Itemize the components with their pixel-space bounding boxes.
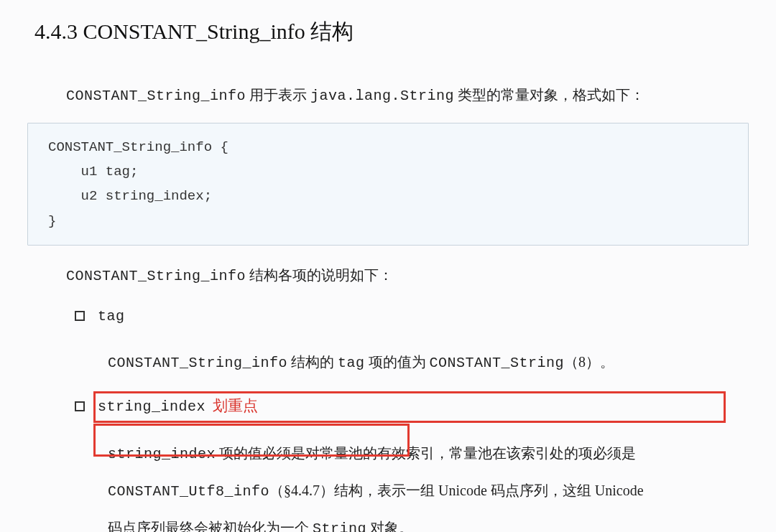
item-label-tag: tag [98, 303, 125, 330]
intro-text-1: 用于表示 [246, 87, 310, 103]
intro-text-2: 类型的常量对象，格式如下： [454, 87, 645, 103]
bullet-icon [75, 311, 85, 321]
tag-desc-text-2: 项的值为 [365, 354, 430, 370]
item-desc-string-index: string_index 项的值必须是对常量池的有效索引，常量池在该索引处的项必… [75, 435, 742, 532]
explain-code-ref: CONSTANT_String_info [66, 268, 246, 284]
bullet-icon [75, 401, 85, 411]
item-desc-tag: CONSTANT_String_info 结构的 tag 项的值为 CONSTA… [75, 345, 742, 381]
code-block: CONSTANT_String_info { u1 tag; u2 string… [27, 123, 749, 246]
tag-desc-text-1: 结构的 [287, 354, 338, 370]
si-desc-text-4: 码点序列最终会被初始化为一个 [108, 520, 313, 532]
intro-java-class: java.lang.String [310, 88, 454, 104]
si-desc-code-3: String [313, 521, 366, 532]
si-desc-code-2: CONSTANT_Utf8_info [108, 483, 269, 500]
intro-paragraph: CONSTANT_String_info 用于表示 java.lang.Stri… [66, 81, 742, 110]
si-desc-text-5: 对象。 [366, 520, 413, 532]
si-desc-text-3: ，表示一组 Unicode 码点序列，这组 Unicode [363, 482, 644, 498]
tag-desc-code-2: tag [338, 355, 365, 371]
explain-text: 结构各项的说明如下： [246, 267, 393, 283]
si-desc-text-1: 项的值必须是对常量池的有效索引，常量池在该索引处的项必须是 [216, 445, 636, 461]
content-body: CONSTANT_String_info 用于表示 java.lang.Stri… [0, 47, 776, 532]
si-desc-text-2: （§4.4.7）结构 [269, 482, 363, 498]
tag-desc-code-3: CONSTANT_String [430, 355, 565, 371]
section-heading: 4.4.3 CONSTANT_String_info 结构 [0, 0, 776, 47]
list-item-tag: tag CONSTANT_String_info 结构的 tag 项的值为 CO… [66, 302, 742, 381]
intro-code-ref: CONSTANT_String_info [66, 88, 246, 104]
tag-desc-text-3: （8）。 [564, 354, 614, 370]
explain-paragraph: CONSTANT_String_info 结构各项的说明如下： [66, 261, 742, 290]
si-desc-code-1: string_index [108, 446, 216, 462]
item-label-string-index: string_index [98, 393, 205, 421]
list-item-string-index: string_index划重点 string_index 项的值必须是对常量池的… [66, 392, 742, 532]
red-annotation: 划重点 [213, 397, 258, 414]
tag-desc-code-1: CONSTANT_String_info [108, 355, 287, 371]
